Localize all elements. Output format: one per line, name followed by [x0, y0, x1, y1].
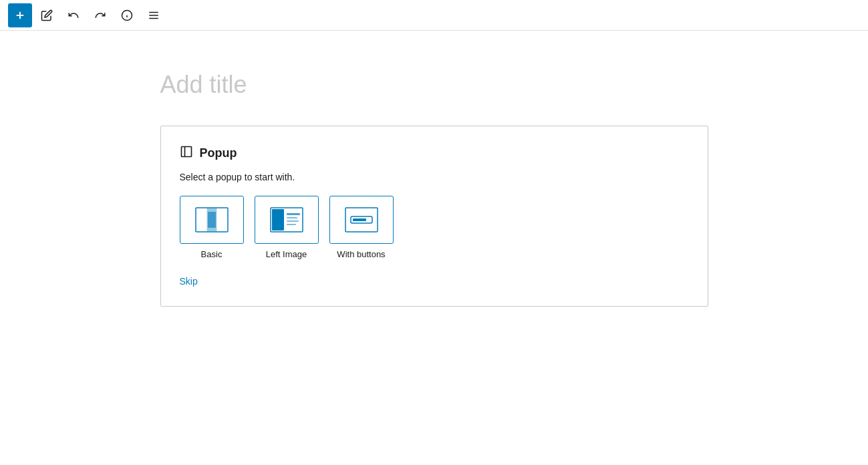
template-options: Basic Left Imag — [180, 196, 689, 259]
template-card-basic[interactable] — [180, 196, 244, 244]
info-button[interactable] — [115, 3, 139, 27]
template-card-left-image[interactable] — [255, 196, 319, 244]
template-card-with-buttons[interactable] — [329, 196, 394, 244]
page-title-placeholder[interactable]: Add title — [160, 71, 708, 99]
popup-block-icon — [180, 145, 193, 161]
popup-block: Popup Select a popup to start with. Basi… — [160, 126, 708, 307]
toolbar — [0, 0, 868, 31]
template-label-basic: Basic — [201, 249, 223, 259]
popup-block-subtitle: Select a popup to start with. — [180, 172, 689, 182]
svg-rect-8 — [181, 147, 191, 157]
svg-rect-18 — [287, 220, 299, 222]
list-view-button[interactable] — [142, 3, 166, 27]
svg-rect-15 — [272, 209, 284, 230]
add-block-button[interactable] — [8, 3, 32, 27]
template-option-basic[interactable]: Basic — [180, 196, 244, 259]
template-option-with-buttons[interactable]: With buttons — [329, 196, 394, 259]
main-content: Add title Popup Select a popup to start … — [0, 31, 868, 320]
skip-link[interactable]: Skip — [180, 276, 198, 287]
svg-rect-19 — [287, 224, 296, 225]
svg-rect-17 — [287, 217, 297, 218]
redo-button[interactable] — [88, 3, 112, 27]
svg-rect-13 — [208, 212, 216, 228]
undo-button[interactable] — [61, 3, 86, 27]
svg-rect-16 — [287, 213, 300, 215]
template-label-left-image: Left Image — [266, 249, 307, 259]
template-option-left-image[interactable]: Left Image — [255, 196, 319, 259]
edit-pencil-button[interactable] — [35, 3, 59, 27]
popup-block-title: Popup — [200, 146, 237, 160]
svg-rect-22 — [353, 218, 366, 221]
template-label-with-buttons: With buttons — [337, 249, 385, 259]
popup-block-header: Popup — [180, 145, 689, 161]
